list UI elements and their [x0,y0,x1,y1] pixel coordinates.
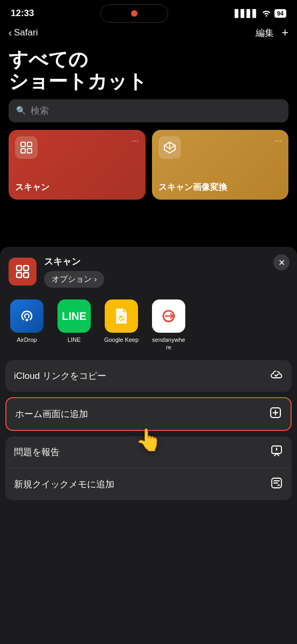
signal-icon: ▋▋▋▋ [235,9,258,18]
shortcut-scan-label: スキャン [15,182,139,193]
airdrop-label: AirDrop [17,336,37,343]
back-chevron-icon: ‹ [9,27,12,39]
report-icon [270,444,283,460]
svg-rect-1 [27,142,32,147]
action-group-1: iCloud リンクをコピー [5,360,292,392]
share-sheet: スキャン オプション › ✕ AirDrop LINE L [0,247,297,644]
shortcut-scan-icon [15,136,38,159]
action-icloud-copy[interactable]: iCloud リンクをコピー [5,360,292,392]
action-add-home-wrap: ホーム画面に追加 👆 [5,397,292,431]
svg-rect-6 [17,273,21,277]
add-button[interactable]: + [281,26,288,40]
shortcut-card-scan[interactable]: ··· スキャン [9,130,146,200]
search-placeholder: 検索 [31,105,49,117]
shortcut-convert-label: スキャン画像変換 [158,182,282,193]
shortcut-convert-icon [158,136,181,159]
cursor-hand-icon: 👆 [135,427,162,452]
nav-actions: 編集 + [256,26,288,40]
sendanywhere-icon [152,299,185,333]
shortcut-convert-more[interactable]: ··· [275,136,282,146]
ss-options-button[interactable]: オプション › [44,271,104,288]
quickmemo-icon [270,477,283,492]
search-bar[interactable]: 🔍 検索 [9,99,288,122]
svg-rect-0 [21,142,25,147]
svg-rect-3 [27,149,32,153]
edit-button[interactable]: 編集 [256,27,274,39]
svg-rect-4 [17,266,21,270]
record-indicator [131,10,137,17]
icloud-link-icon [270,368,283,384]
app-sharing-row: AirDrop LINE LINE Google Keep [0,294,297,360]
ss-title-area: スキャン オプション › [44,255,104,288]
wifi-icon [262,9,271,18]
time-display: 12:33 [11,8,34,19]
page-title: すべてのショートカット [0,44,297,99]
action-list: iCloud リンクをコピー ホーム画面に追加 [0,360,297,500]
shortcut-scan-more[interactable]: ··· [132,136,139,146]
back-button[interactable]: ‹ Safari [9,27,38,39]
ss-shortcut-icon [9,258,37,286]
app-item-line[interactable]: LINE LINE [56,299,92,352]
action-quickmemo-label: 新規クイックメモに追加 [14,478,114,491]
shortcuts-grid: ··· スキャン ··· スキャン画像変換 [0,130,297,208]
line-icon: LINE [57,299,91,333]
app-item-airdrop[interactable]: AirDrop [9,299,45,352]
shortcut-card-convert[interactable]: ··· スキャン画像変換 [152,130,289,200]
status-bar: 12:33 ▋▋▋▋ 94 [0,0,297,24]
action-new-quickmemo[interactable]: 新規クイックメモに追加 [5,469,292,500]
action-icloud-copy-label: iCloud リンクをコピー [14,370,106,382]
app-item-googlekeep[interactable]: Google Keep [103,299,140,352]
svg-rect-7 [24,273,28,277]
svg-rect-2 [21,149,25,153]
line-label: LINE [68,336,81,343]
line-icon-text: LINE [62,310,86,323]
share-sheet-header: スキャン オプション › ✕ [0,247,297,294]
action-report-label: 問題を報告 [14,446,60,458]
googlekeep-icon [105,299,138,333]
svg-rect-5 [24,266,28,270]
sendanywhere-label: sendanywhere [152,336,185,352]
action-add-home-label: ホーム画面に追加 [15,408,88,420]
add-home-icon [269,406,282,422]
nav-bar: ‹ Safari 編集 + [0,24,297,44]
battery-indicator: 94 [274,9,286,18]
airdrop-icon [10,299,44,333]
action-add-home[interactable]: ホーム画面に追加 [6,398,291,430]
back-label: Safari [14,27,38,38]
svg-point-8 [26,319,28,321]
googlekeep-label: Google Keep [104,336,139,343]
dynamic-island-area [100,4,168,23]
dynamic-island [100,4,168,23]
app-item-sendanywhere[interactable]: sendanywhere [150,299,187,352]
search-icon: 🔍 [16,106,26,115]
ss-title: スキャン [44,255,104,268]
ss-close-button[interactable]: ✕ [273,254,289,270]
status-right: ▋▋▋▋ 94 [235,9,286,18]
